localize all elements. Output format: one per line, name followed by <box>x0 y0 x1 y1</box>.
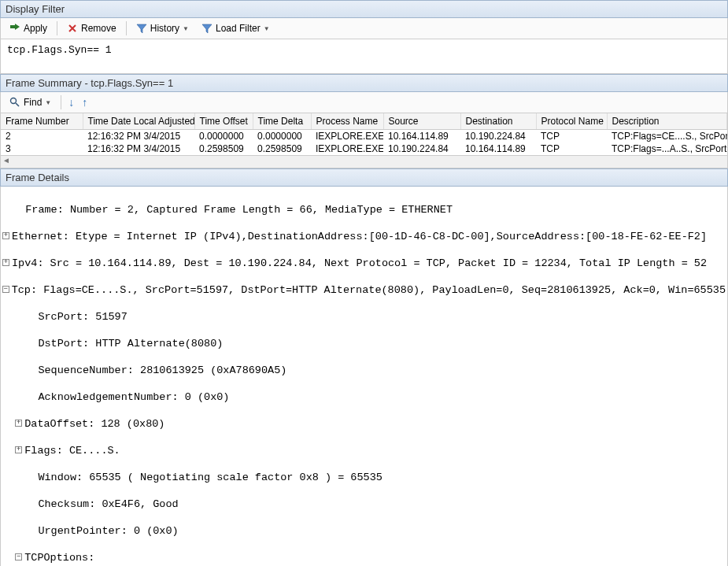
svg-point-0 <box>11 98 17 104</box>
find-icon <box>9 97 20 108</box>
cell: TCP <box>536 130 607 143</box>
col-time-delta[interactable]: Time Delta <box>253 113 311 130</box>
cell: IEXPLORE.EXE <box>311 130 383 143</box>
col-description[interactable]: Description <box>607 113 727 130</box>
tree-frame[interactable]: Frame: Number = 2, Captured Frame Length… <box>25 203 453 216</box>
cell: 10.190.224.84 <box>460 130 536 143</box>
tree-checksum[interactable]: Checksum: 0xE4F6, Good <box>38 498 178 511</box>
col-time-offset[interactable]: Time Offset <box>194 113 253 130</box>
col-protocol-name[interactable]: Protocol Name <box>536 113 607 130</box>
frame-summary-toolbar: Find ▼ ↓ ↑ <box>0 92 728 113</box>
cell: TCP <box>536 142 607 155</box>
history-label: History <box>150 23 179 34</box>
tree-ipv4[interactable]: Ipv4: Src = 10.164.114.89, Dest = 10.190… <box>12 257 707 270</box>
cell: 10.164.114.89 <box>460 142 536 155</box>
collapse-icon[interactable]: − <box>15 553 22 560</box>
funnel-load-icon <box>201 23 212 34</box>
find-label: Find <box>24 97 42 108</box>
cell: 12:16:32 PM 3/4/2015 <box>83 142 194 155</box>
frame-details-header: Frame Details <box>0 168 728 187</box>
find-button[interactable]: Find ▼ <box>4 94 57 110</box>
tree-tcpoptions[interactable]: TCPOptions: <box>24 551 94 564</box>
tree-tcp[interactable]: Tcp: Flags=CE....S., SrcPort=51597, DstP… <box>12 283 726 297</box>
col-time-date[interactable]: Time Date Local Adjusted <box>83 113 194 130</box>
load-filter-label: Load Filter <box>216 23 261 34</box>
tree-window[interactable]: Window: 65535 ( Negotiating scale factor… <box>38 471 382 484</box>
frame-summary-grid: Frame Number Time Date Local Adjusted Ti… <box>0 113 728 156</box>
cell: 10.164.114.89 <box>383 130 460 143</box>
funnel-history-icon <box>136 23 147 34</box>
frame-details-tree: Frame: Number = 2, Captured Frame Length… <box>0 187 728 566</box>
cell: IEXPLORE.EXE <box>311 142 383 155</box>
arrow-down-button[interactable]: ↓ <box>65 96 77 109</box>
remove-icon <box>67 23 78 34</box>
collapse-icon[interactable]: − <box>2 286 9 293</box>
cell: 12:16:32 PM 3/4/2015 <box>83 130 194 143</box>
tree-ethernet[interactable]: Ethernet: Etype = Internet IP (IPv4),Des… <box>12 230 707 243</box>
toolbar-separator <box>57 21 57 35</box>
tree-srcport[interactable]: SrcPort: 51597 <box>38 310 127 324</box>
expand-icon[interactable]: + <box>2 259 9 266</box>
display-filter-toolbar: Apply Remove History ▼ Load Filter ▼ <box>0 18 728 39</box>
toolbar-separator <box>61 95 61 109</box>
tree-seqnum[interactable]: SequenceNumber: 2810613925 (0xA78690A5) <box>38 364 286 377</box>
chevron-down-icon: ▼ <box>45 99 51 106</box>
expand-icon[interactable]: + <box>15 420 22 427</box>
chevron-down-icon: ▼ <box>183 25 189 32</box>
apply-label: Apply <box>24 23 47 34</box>
filter-expression-input[interactable]: tcp.Flags.Syn== 1 <box>0 39 728 74</box>
cell: 0.0000000 <box>194 130 253 143</box>
cell: TCP:Flags=...A..S., SrcPort=HTTP Alterna… <box>607 142 727 155</box>
grid-header-row: Frame Number Time Date Local Adjusted Ti… <box>1 113 727 130</box>
remove-label: Remove <box>81 23 116 34</box>
expand-icon[interactable]: + <box>15 446 22 453</box>
cell: 0.2598509 <box>253 142 311 155</box>
col-source[interactable]: Source <box>383 113 460 130</box>
cell: 0.2598509 <box>194 142 253 155</box>
tree-dataoffset[interactable]: DataOffset: 128 (0x80) <box>24 417 164 431</box>
tree-acknum[interactable]: AcknowledgementNumber: 0 (0x0) <box>38 390 229 404</box>
col-process-name[interactable]: Process Name <box>311 113 383 130</box>
cell: 2 <box>1 130 83 143</box>
svg-line-1 <box>16 103 19 106</box>
cell: 3 <box>1 142 83 155</box>
remove-button[interactable]: Remove <box>61 20 122 36</box>
table-row[interactable]: 2 12:16:32 PM 3/4/2015 0.0000000 0.00000… <box>1 130 727 143</box>
cell: 0.0000000 <box>253 130 311 143</box>
col-destination[interactable]: Destination <box>460 113 536 130</box>
cell: 10.190.224.84 <box>383 142 460 155</box>
tree-urgptr[interactable]: UrgentPointer: 0 (0x0) <box>38 524 178 538</box>
display-filter-header: Display Filter <box>0 0 728 18</box>
toolbar-separator <box>126 21 127 35</box>
frame-summary-header: Frame Summary - tcp.Flags.Syn== 1 <box>0 74 728 92</box>
chevron-down-icon: ▼ <box>264 25 270 32</box>
cell: TCP:Flags=CE....S., SrcPort=51597, DstPo… <box>607 130 727 143</box>
table-row[interactable]: 3 12:16:32 PM 3/4/2015 0.2598509 0.25985… <box>1 142 727 155</box>
expand-icon[interactable]: + <box>2 232 9 239</box>
tree-dstport[interactable]: DstPort: HTTP Alternate(8080) <box>38 337 223 350</box>
arrow-up-button[interactable]: ↑ <box>79 96 91 109</box>
load-filter-button[interactable]: Load Filter ▼ <box>196 20 275 36</box>
tree-flags[interactable]: Flags: CE....S. <box>24 444 120 457</box>
history-button[interactable]: History ▼ <box>131 20 194 36</box>
col-frame-number[interactable]: Frame Number <box>1 113 83 130</box>
horizontal-scrollbar[interactable] <box>0 156 728 168</box>
apply-button[interactable]: Apply <box>4 20 53 36</box>
apply-icon <box>9 23 20 34</box>
